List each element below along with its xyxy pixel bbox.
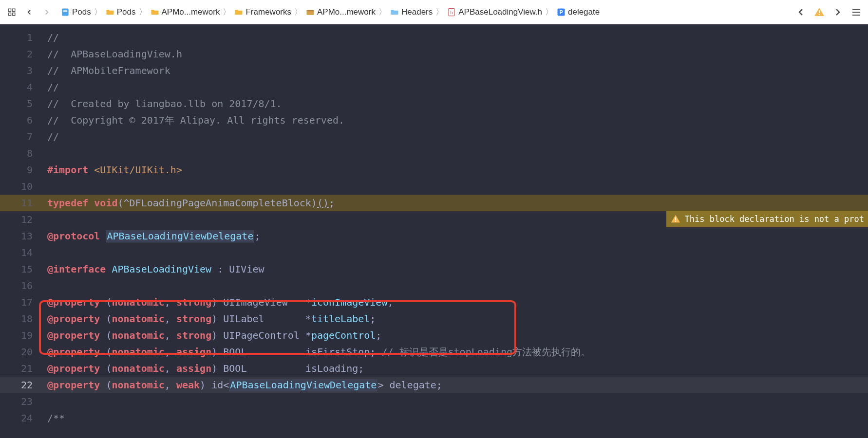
code-token: nonatomic bbox=[112, 363, 164, 374]
nav-prev-issue-icon[interactable] bbox=[795, 6, 807, 18]
code-token: UILabel * bbox=[223, 313, 311, 325]
line-number[interactable]: 12 bbox=[0, 211, 41, 228]
warning-indicator-icon[interactable] bbox=[813, 6, 825, 18]
line-number[interactable]: 14 bbox=[0, 244, 41, 261]
line-number[interactable]: 2 bbox=[0, 46, 41, 62]
editor[interactable]: 123456789101112131415161718192021222324 … bbox=[0, 24, 868, 438]
code-token: titleLabel bbox=[311, 313, 370, 325]
code-token: APBaseLoadingView bbox=[112, 263, 211, 275]
folder-icon bbox=[390, 7, 399, 17]
line-number[interactable]: 8 bbox=[0, 145, 41, 162]
code-token: // bbox=[47, 32, 59, 43]
code-token: // bbox=[47, 131, 59, 143]
nav-forward-icon[interactable] bbox=[41, 6, 53, 18]
svg-rect-1 bbox=[13, 9, 15, 11]
code-token: ; bbox=[436, 379, 442, 391]
code-token: ( bbox=[106, 313, 112, 325]
line-number[interactable]: 10 bbox=[0, 178, 41, 195]
code-line[interactable]: // APMobileFramework bbox=[41, 62, 868, 79]
code-line[interactable]: @property (nonatomic, strong) UILabel *t… bbox=[41, 310, 868, 327]
code-token: > bbox=[377, 379, 389, 391]
breadcrumb-item[interactable]: Frameworks bbox=[233, 7, 292, 17]
code-token: ( bbox=[106, 346, 112, 358]
nav-next-issue-icon[interactable] bbox=[832, 6, 844, 18]
breadcrumb-item[interactable]: APMo...mework bbox=[149, 7, 221, 17]
code-line[interactable]: @property (nonatomic, assign) BOOL isFir… bbox=[41, 344, 868, 360]
code-token: nonatomic bbox=[112, 346, 164, 358]
line-number[interactable]: 7 bbox=[0, 128, 41, 145]
inline-warning[interactable]: This block declaration is not a prot bbox=[666, 211, 868, 227]
code-line[interactable]: @interface APBaseLoadingView : UIView bbox=[41, 261, 868, 277]
code-line[interactable]: // Created by liangbao.llb on 2017/8/1. bbox=[41, 95, 868, 112]
line-number[interactable]: 16 bbox=[0, 277, 41, 294]
code-line[interactable]: @property (nonatomic, assign) BOOL isLoa… bbox=[41, 360, 868, 377]
code-line[interactable]: // bbox=[41, 128, 868, 145]
code-line[interactable] bbox=[41, 244, 868, 261]
line-number[interactable]: 6 bbox=[0, 112, 41, 128]
code-token: // Copyright © 2017年 Alipay. All rights … bbox=[47, 114, 344, 126]
line-number[interactable]: 20 bbox=[0, 344, 41, 360]
line-number[interactable]: 17 bbox=[0, 294, 41, 310]
breadcrumb-item[interactable]: Headers bbox=[389, 7, 434, 17]
code-token: isFirstStop bbox=[305, 346, 370, 358]
code-token: @property bbox=[47, 329, 106, 341]
line-number[interactable]: 15 bbox=[0, 261, 41, 277]
line-number[interactable]: 13 bbox=[0, 228, 41, 244]
code-line[interactable]: @protocol APBaseLoadingViewDelegate; bbox=[41, 228, 868, 244]
breadcrumb-item[interactable]: hAPBaseLoadingView.h bbox=[446, 7, 543, 17]
code-token: strong bbox=[176, 296, 211, 308]
code-line[interactable]: // bbox=[41, 29, 868, 46]
line-number[interactable]: 5 bbox=[0, 95, 41, 112]
project-icon bbox=[60, 7, 70, 17]
line-number[interactable]: 24 bbox=[0, 410, 41, 426]
code-area[interactable]: This block declaration is not a prot ///… bbox=[41, 24, 868, 438]
property-icon: P bbox=[556, 7, 566, 17]
code-token: @property bbox=[47, 346, 106, 358]
code-line[interactable] bbox=[41, 277, 868, 294]
line-number[interactable]: 4 bbox=[0, 79, 41, 95]
outline-icon[interactable] bbox=[850, 6, 862, 18]
code-token: UIView bbox=[229, 263, 264, 275]
breadcrumb-item[interactable]: Pods bbox=[59, 7, 92, 17]
code-line[interactable]: @property (nonatomic, strong) UIImageVie… bbox=[41, 294, 868, 310]
line-number[interactable]: 21 bbox=[0, 360, 41, 377]
code-token: @property bbox=[47, 296, 106, 308]
code-token: // APMobileFramework bbox=[47, 65, 170, 76]
code-line[interactable]: #import <UIKit/UIKit.h> bbox=[41, 162, 868, 178]
line-number[interactable]: 11 bbox=[0, 195, 41, 211]
line-number[interactable]: 23 bbox=[0, 393, 41, 410]
breadcrumb-item[interactable]: APMo...mework bbox=[304, 7, 377, 17]
breadcrumb-item[interactable]: Pdelegate bbox=[555, 7, 601, 17]
code-line[interactable]: /** bbox=[41, 410, 868, 426]
chevron-right-icon: 〉 bbox=[544, 6, 554, 18]
breadcrumb-label: Pods bbox=[72, 7, 91, 17]
code-line[interactable] bbox=[41, 393, 868, 410]
line-number[interactable]: 22 bbox=[0, 377, 41, 393]
code-token: ) bbox=[211, 363, 223, 374]
code-line[interactable] bbox=[41, 145, 868, 162]
line-number[interactable]: 9 bbox=[0, 162, 41, 178]
code-line[interactable]: // APBaseLoadingView.h bbox=[41, 46, 868, 62]
line-number[interactable]: 18 bbox=[0, 310, 41, 327]
code-token: assign bbox=[176, 346, 211, 358]
code-line[interactable]: @property (nonatomic, weak) id<APBaseLoa… bbox=[41, 377, 868, 393]
svg-rect-2 bbox=[8, 13, 11, 15]
code-token: @protocol bbox=[47, 230, 106, 242]
code-line[interactable]: // Copyright © 2017年 Alipay. All rights … bbox=[41, 112, 868, 128]
line-number[interactable]: 1 bbox=[0, 29, 41, 46]
nav-back-icon[interactable] bbox=[23, 6, 35, 18]
code-token: nonatomic bbox=[112, 379, 164, 391]
code-token: strong bbox=[176, 313, 211, 325]
breadcrumb-label: Headers bbox=[401, 7, 433, 17]
related-items-icon[interactable] bbox=[6, 6, 18, 18]
line-number[interactable]: 19 bbox=[0, 327, 41, 344]
code-line[interactable]: @property (nonatomic, strong) UIPageCont… bbox=[41, 327, 868, 344]
line-number[interactable]: 3 bbox=[0, 62, 41, 79]
gutter: 123456789101112131415161718192021222324 bbox=[0, 24, 41, 438]
breadcrumb-label: Pods bbox=[117, 7, 136, 17]
code-line[interactable] bbox=[41, 178, 868, 195]
code-line[interactable]: typedef void(^DFLoadingPageAnimaComplete… bbox=[41, 195, 868, 211]
breadcrumb-item[interactable]: Pods bbox=[104, 7, 137, 17]
code-line[interactable]: // bbox=[41, 79, 868, 95]
code-token: @property bbox=[47, 363, 106, 374]
